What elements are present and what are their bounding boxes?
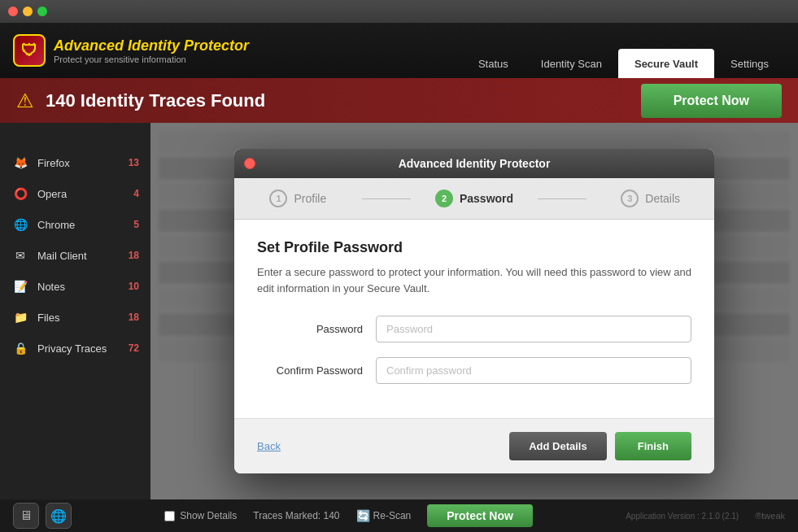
- step-password-label: Password: [460, 192, 513, 205]
- alert-message: 140 Identity Traces Found: [46, 90, 630, 111]
- traces-marked: Traces Marked: 140: [253, 510, 339, 521]
- show-details-text: Show Details: [180, 510, 237, 521]
- minimize-button[interactable]: [23, 7, 33, 16]
- step-details-label: Details: [645, 192, 680, 205]
- app-tagline: Protect your sensitive information: [54, 55, 249, 64]
- app-header: 🛡 Advanced Identity Protector Protect yo…: [0, 23, 798, 78]
- tab-settings[interactable]: Settings: [714, 49, 785, 78]
- rescan-button[interactable]: 🔄 Re-Scan: [356, 509, 412, 522]
- rescan-label: Re-Scan: [373, 510, 412, 521]
- sidebar-label-opera: Opera: [37, 188, 125, 200]
- password-row: Password: [257, 316, 691, 342]
- alert-icon: ⚠: [16, 89, 34, 112]
- sidebar-label-files: Files: [37, 312, 120, 324]
- privacy-traces-icon: 🔒: [11, 339, 29, 357]
- modal-title-bar: Advanced Identity Protector: [234, 149, 714, 178]
- app-title-text: Advanced Identity Protector Protect your…: [54, 37, 249, 64]
- app-version: Application Version : 2.1.0 (2.1): [626, 512, 739, 521]
- universal-icon: 🌐: [46, 503, 72, 529]
- sidebar-label-privacy-traces: Privacy Traces: [37, 342, 120, 355]
- mac-icon: 🖥: [13, 503, 39, 529]
- app-logo-area: 🛡 Advanced Identity Protector Protect yo…: [13, 34, 462, 67]
- step-profile: 1 Profile: [234, 190, 362, 207]
- sidebar: 🦊 Firefox 13 ⭕ Opera 4 🌐 Chrome 5 ✉ Mail…: [0, 123, 150, 499]
- bottom-protect-now-button[interactable]: Protect Now: [427, 504, 533, 527]
- confirm-password-label: Confirm Password: [257, 364, 363, 377]
- sidebar-count-notes: 10: [129, 281, 139, 292]
- sidebar-count-mail-client: 18: [129, 250, 139, 261]
- finish-button[interactable]: Finish: [615, 432, 691, 460]
- rescan-icon: 🔄: [356, 509, 370, 522]
- sidebar-label-mail-client: Mail Client: [37, 250, 120, 262]
- app-logo-icon: 🛡: [13, 34, 46, 67]
- alert-bar: ⚠ 140 Identity Traces Found Protect Now: [0, 78, 798, 123]
- modal-overlay: Advanced Identity Protector 1 Profile 2: [150, 123, 798, 499]
- opera-icon: ⭕: [11, 185, 29, 203]
- show-details-checkbox[interactable]: [164, 511, 175, 521]
- sidebar-item-chrome[interactable]: 🌐 Chrome 5: [0, 209, 150, 240]
- tab-status[interactable]: Status: [462, 49, 525, 78]
- password-label: Password: [257, 323, 363, 335]
- step-details-circle: 3: [621, 190, 639, 207]
- confirm-password-row: Confirm Password: [257, 357, 691, 384]
- modal-body: Set Profile Password Enter a secure pass…: [234, 220, 714, 418]
- content-area: Advanced Identity Protector 1 Profile 2: [150, 123, 798, 499]
- bottom-icons: 🖥 🌐: [13, 503, 72, 529]
- back-link[interactable]: Back: [257, 440, 281, 452]
- sidebar-label-chrome: Chrome: [37, 219, 125, 231]
- notes-icon: 📝: [11, 277, 29, 295]
- tab-identity-scan[interactable]: Identity Scan: [525, 49, 618, 78]
- modal-footer: Back Add Details Finish: [234, 418, 714, 473]
- password-input[interactable]: [376, 316, 691, 342]
- sidebar-count-chrome: 5: [133, 219, 139, 230]
- maximize-button[interactable]: [37, 7, 47, 16]
- tweak-logo: ®tweak: [755, 511, 785, 521]
- step-profile-circle: 1: [269, 190, 287, 207]
- mail-client-icon: ✉: [11, 246, 29, 264]
- modal-dialog: Advanced Identity Protector 1 Profile 2: [234, 149, 714, 473]
- sidebar-count-firefox: 13: [129, 157, 139, 168]
- sidebar-item-firefox[interactable]: 🦊 Firefox 13: [0, 147, 150, 178]
- app-title: Advanced Identity Protector: [54, 37, 249, 55]
- chrome-icon: 🌐: [11, 216, 29, 233]
- main-content: 🦊 Firefox 13 ⭕ Opera 4 🌐 Chrome 5 ✉ Mail…: [0, 123, 798, 499]
- modal-description: Enter a secure password to protect your …: [257, 264, 691, 296]
- sidebar-item-mail-client[interactable]: ✉ Mail Client 18: [0, 240, 150, 271]
- sidebar-item-privacy-traces[interactable]: 🔒 Privacy Traces 72: [0, 333, 150, 364]
- sidebar-label-notes: Notes: [37, 281, 120, 293]
- modal-heading: Set Profile Password: [257, 239, 691, 256]
- sidebar-count-opera: 4: [133, 188, 139, 199]
- close-button[interactable]: [8, 7, 18, 16]
- step-divider-2: [538, 198, 587, 199]
- tab-secure-vault[interactable]: Secure Vault: [618, 49, 714, 78]
- sidebar-count-files: 18: [129, 312, 139, 323]
- firefox-icon: 🦊: [11, 154, 29, 172]
- sidebar-item-notes[interactable]: 📝 Notes 10: [0, 271, 150, 302]
- step-details: 3 Details: [587, 190, 714, 207]
- app-title-rest: Identity Protector: [124, 37, 249, 54]
- confirm-password-input[interactable]: [376, 357, 691, 384]
- files-icon: 📁: [11, 308, 29, 326]
- protect-now-button[interactable]: Protect Now: [641, 84, 782, 118]
- nav-tabs: Status Identity Scan Secure Vault Settin…: [462, 23, 785, 78]
- title-bar: [0, 0, 798, 23]
- sidebar-item-files[interactable]: 📁 Files 18: [0, 302, 150, 333]
- modal-title: Advanced Identity Protector: [399, 157, 551, 170]
- show-details-label: Show Details: [164, 510, 237, 521]
- modal-steps: 1 Profile 2 Password 3: [234, 178, 714, 220]
- step-divider-1: [362, 198, 411, 199]
- step-password: 2 Password: [411, 190, 539, 207]
- step-password-circle: 2: [435, 190, 453, 207]
- sidebar-count-privacy-traces: 72: [129, 342, 139, 354]
- bottom-bar: 🖥 🌐 Show Details Traces Marked: 140 🔄 Re…: [0, 499, 798, 532]
- app-title-italic: Advanced: [54, 37, 124, 54]
- sidebar-label-firefox: Firefox: [37, 157, 120, 169]
- modal-close-button[interactable]: [244, 158, 255, 169]
- add-details-button[interactable]: Add Details: [509, 432, 607, 460]
- sidebar-item-opera[interactable]: ⭕ Opera 4: [0, 178, 150, 209]
- step-profile-label: Profile: [294, 192, 326, 205]
- bottom-center: Show Details Traces Marked: 140 🔄 Re-Sca…: [88, 504, 609, 527]
